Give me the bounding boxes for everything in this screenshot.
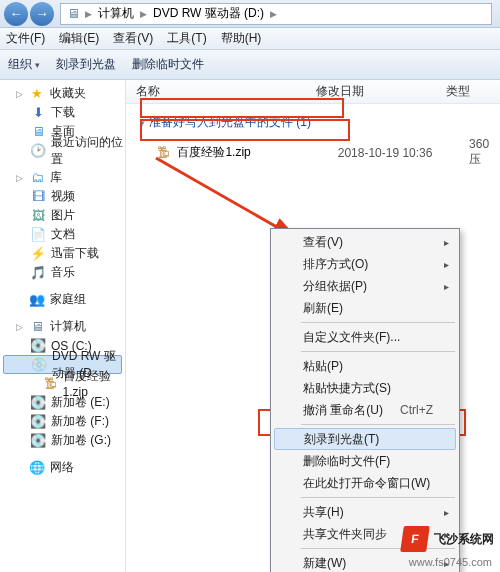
label: 新加卷 (G:) [51, 432, 111, 449]
drive-icon: 💽 [30, 395, 46, 411]
file-name: 百度经验1.zip [177, 144, 331, 161]
separator [301, 424, 455, 425]
burn-button[interactable]: 刻录到光盘 [56, 56, 116, 73]
sidebar-drive-e[interactable]: 💽新加卷 (E:) [0, 393, 125, 412]
organize-button[interactable]: 组织 [8, 56, 40, 73]
computer-icon: 🖥 [29, 319, 45, 335]
sidebar-videos[interactable]: 🎞视频 [0, 187, 125, 206]
label: 视频 [51, 188, 75, 205]
sidebar: ▷★收藏夹 ⬇下载 🖥桌面 🕑最近访问的位置 ▷🗂库 🎞视频 🖼图片 📄文档 ⚡… [0, 80, 126, 572]
site-badge: F 飞沙系统网 [402, 526, 494, 552]
sidebar-thunder[interactable]: ⚡迅雷下载 [0, 244, 125, 263]
sidebar-downloads[interactable]: ⬇下载 [0, 103, 125, 122]
breadcrumb-computer[interactable]: 计算机 [96, 5, 136, 22]
ctx-sort[interactable]: 排序方式(O) [273, 253, 457, 275]
column-headers: 名称 修改日期 类型 [126, 80, 500, 104]
ctx-refresh[interactable]: 刷新(E) [273, 297, 457, 319]
chevron-icon: ▶ [85, 9, 92, 19]
drive-icon: 💽 [30, 414, 46, 430]
sidebar-homegroup[interactable]: 👥家庭组 [0, 290, 125, 309]
sidebar-recent[interactable]: 🕑最近访问的位置 [0, 141, 125, 160]
document-icon: 📄 [30, 227, 46, 243]
sidebar-drive-f[interactable]: 💽新加卷 (F:) [0, 412, 125, 431]
label: 图片 [51, 207, 75, 224]
sidebar-computer[interactable]: ▷🖥计算机 [0, 317, 125, 336]
delete-temp-button[interactable]: 删除临时文件 [132, 56, 204, 73]
ctx-burn[interactable]: 刻录到光盘(T) [274, 428, 456, 450]
sidebar-documents[interactable]: 📄文档 [0, 225, 125, 244]
group-header[interactable]: 准备好写入到光盘中的文件 (1) [140, 114, 492, 131]
ctx-share[interactable]: 共享(H) [273, 501, 457, 523]
context-menu: 查看(V) 排序方式(O) 分组依据(P) 刷新(E) 自定义文件夹(F)...… [270, 228, 460, 572]
picture-icon: 🖼 [30, 208, 46, 224]
sidebar-pictures[interactable]: 🖼图片 [0, 206, 125, 225]
forward-button[interactable]: → [30, 2, 54, 26]
label: 音乐 [51, 264, 75, 281]
col-type[interactable]: 类型 [446, 83, 500, 100]
ctx-undo[interactable]: 撤消 重命名(U)Ctrl+Z [273, 399, 457, 421]
label: 下载 [51, 104, 75, 121]
sidebar-favorites[interactable]: ▷★收藏夹 [0, 84, 125, 103]
separator [301, 497, 455, 498]
label: 撤消 重命名(U) [303, 402, 383, 419]
homegroup-icon: 👥 [29, 292, 45, 308]
sidebar-zip-file[interactable]: 🗜百度经验1.zip [0, 374, 125, 393]
ctx-paste-shortcut[interactable]: 粘贴快捷方式(S) [273, 377, 457, 399]
drive-icon: 💽 [30, 433, 46, 449]
video-icon: 🎞 [30, 189, 46, 205]
thunder-icon: ⚡ [30, 246, 46, 262]
label: 计算机 [50, 318, 86, 335]
sidebar-drive-g[interactable]: 💽新加卷 (G:) [0, 431, 125, 450]
label: 网络 [50, 459, 74, 476]
titlebar: ← → 🖥 ▶ 计算机 ▶ DVD RW 驱动器 (D:) ▶ [0, 0, 500, 28]
desktop-icon: 🖥 [30, 124, 46, 140]
download-icon: ⬇ [30, 105, 46, 121]
file-date: 2018-10-19 10:36 [338, 146, 463, 160]
ctx-group[interactable]: 分组依据(P) [273, 275, 457, 297]
ctx-customize[interactable]: 自定义文件夹(F)... [273, 326, 457, 348]
separator [301, 322, 455, 323]
menu-help[interactable]: 帮助(H) [221, 30, 262, 47]
menu-tools[interactable]: 工具(T) [167, 30, 206, 47]
drive-icon: 💽 [30, 338, 46, 354]
address-bar[interactable]: 🖥 ▶ 计算机 ▶ DVD RW 驱动器 (D:) ▶ [60, 3, 492, 25]
label: 新加卷 (E:) [51, 394, 110, 411]
menu-edit[interactable]: 编辑(E) [59, 30, 99, 47]
zip-icon: 🗜 [44, 376, 58, 392]
ctx-view[interactable]: 查看(V) [273, 231, 457, 253]
zip-icon: 🗜 [156, 145, 171, 161]
dvd-icon: 💿 [31, 357, 47, 373]
logo-icon: F [400, 526, 430, 552]
label: 新加卷 (F:) [51, 413, 109, 430]
sidebar-music[interactable]: 🎵音乐 [0, 263, 125, 282]
back-button[interactable]: ← [4, 2, 28, 26]
ctx-paste[interactable]: 粘贴(P) [273, 355, 457, 377]
col-date[interactable]: 修改日期 [316, 83, 446, 100]
label: 最近访问的位置 [51, 134, 125, 168]
breadcrumb-dvd[interactable]: DVD RW 驱动器 (D:) [151, 5, 266, 22]
menu-view[interactable]: 查看(V) [113, 30, 153, 47]
watermark: www.fs0745.com [409, 556, 492, 568]
separator [301, 351, 455, 352]
shortcut-label: Ctrl+Z [400, 403, 433, 417]
file-row[interactable]: 🗜 百度经验1.zip 2018-10-19 10:36 360压 [126, 135, 500, 170]
col-name[interactable]: 名称 [126, 83, 316, 100]
computer-icon: 🖥 [65, 6, 81, 22]
file-type: 360压 [469, 137, 500, 168]
star-icon: ★ [29, 86, 45, 102]
toolbar: 组织 刻录到光盘 删除临时文件 [0, 50, 500, 80]
menu-bar: 文件(F) 编辑(E) 查看(V) 工具(T) 帮助(H) [0, 28, 500, 50]
recent-icon: 🕑 [30, 143, 46, 159]
ctx-open-cmd[interactable]: 在此处打开命令窗口(W) [273, 472, 457, 494]
label: 库 [50, 169, 62, 186]
chevron-icon: ▶ [270, 9, 277, 19]
sidebar-libraries[interactable]: ▷🗂库 [0, 168, 125, 187]
label: 文档 [51, 226, 75, 243]
menu-file[interactable]: 文件(F) [6, 30, 45, 47]
ctx-delete-temp[interactable]: 删除临时文件(F) [273, 450, 457, 472]
label: 家庭组 [50, 291, 86, 308]
label: 迅雷下载 [51, 245, 99, 262]
chevron-icon: ▶ [140, 9, 147, 19]
sidebar-network[interactable]: 🌐网络 [0, 458, 125, 477]
music-icon: 🎵 [30, 265, 46, 281]
